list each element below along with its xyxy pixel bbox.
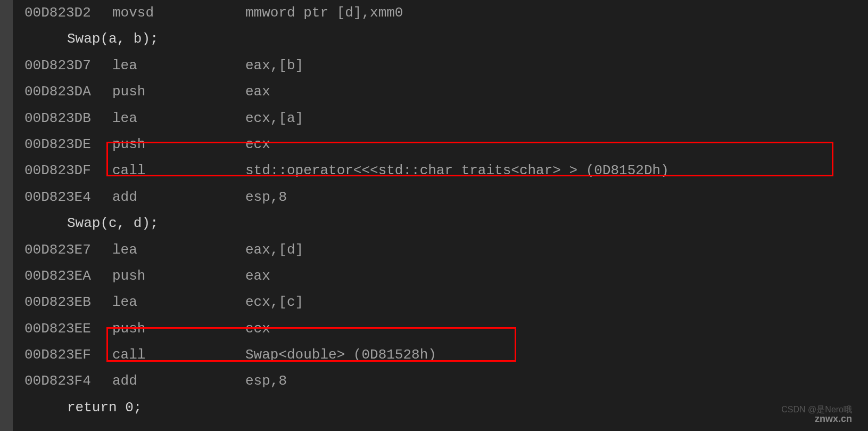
mnemonic: call	[112, 158, 245, 184]
address: 00D823F4	[24, 368, 112, 394]
address: 00D823DF	[24, 158, 112, 184]
watermark-text: znwx.cn	[815, 410, 852, 428]
disassembly-line: 00D823EBleaecx,[c]	[24, 289, 868, 315]
mnemonic: movsd	[112, 0, 245, 26]
mnemonic: push	[112, 316, 245, 342]
operand: mmword ptr [d],xmm0	[245, 0, 403, 26]
vertical-scrollbar[interactable]	[0, 0, 13, 431]
disassembly-line: 00D823EEpushecx	[24, 316, 868, 342]
operand: ecx	[245, 316, 270, 342]
disassembly-line: 00D823D7leaeax,[b]	[24, 53, 868, 79]
mnemonic: push	[112, 79, 245, 105]
disassembly-view: 00D823D2movsdmmword ptr [d],xmm0 Swap(a,…	[15, 0, 868, 421]
operand: std::operator<<<std::char_traits<char> >…	[245, 158, 669, 184]
address: 00D823EF	[24, 342, 112, 368]
disassembly-line: 00D823D2movsdmmword ptr [d],xmm0	[24, 0, 868, 26]
address: 00D823DE	[24, 132, 112, 158]
address: 00D823EE	[24, 316, 112, 342]
operand: esp,8	[245, 184, 287, 210]
operand: ecx,[c]	[245, 289, 303, 315]
source-line: return 0;	[24, 395, 868, 421]
mnemonic: lea	[112, 289, 245, 315]
disassembly-line: 00D823E4addesp,8	[24, 184, 868, 210]
operand: eax	[245, 79, 270, 105]
mnemonic: lea	[112, 237, 245, 263]
mnemonic: push	[112, 132, 245, 158]
address: 00D823E7	[24, 237, 112, 263]
source-line: Swap(a, b);	[24, 26, 868, 52]
mnemonic: add	[112, 368, 245, 394]
address: 00D823E4	[24, 184, 112, 210]
mnemonic: lea	[112, 53, 245, 79]
operand: ecx,[a]	[245, 105, 303, 132]
operand: eax	[245, 263, 270, 289]
disassembly-line: 00D823DApusheax	[24, 79, 868, 105]
operand: eax,[d]	[245, 237, 303, 263]
disassembly-line: 00D823DEpushecx	[24, 132, 868, 158]
address: 00D823EB	[24, 289, 112, 315]
address: 00D823DA	[24, 79, 112, 105]
disassembly-line: 00D823E7leaeax,[d]	[24, 237, 868, 263]
operand: Swap<double> (0D81528h)	[245, 342, 436, 368]
disassembly-line: 00D823DBleaecx,[a]	[24, 105, 868, 132]
disassembly-line: 00D823EApusheax	[24, 263, 868, 289]
disassembly-line: 00D823DFcallstd::operator<<<std::char_tr…	[24, 158, 868, 184]
address: 00D823D7	[24, 53, 112, 79]
mnemonic: call	[112, 342, 245, 368]
source-line: Swap(c, d);	[24, 210, 868, 237]
mnemonic: push	[112, 263, 245, 289]
address: 00D823EA	[24, 263, 112, 289]
mnemonic: lea	[112, 105, 245, 132]
address: 00D823DB	[24, 105, 112, 132]
operand: eax,[b]	[245, 53, 303, 79]
operand: ecx	[245, 132, 270, 158]
address: 00D823D2	[24, 0, 112, 26]
operand: esp,8	[245, 368, 287, 394]
disassembly-line: 00D823F4addesp,8	[24, 368, 868, 394]
disassembly-line: 00D823EFcallSwap<double> (0D81528h)	[24, 342, 868, 368]
mnemonic: add	[112, 184, 245, 210]
